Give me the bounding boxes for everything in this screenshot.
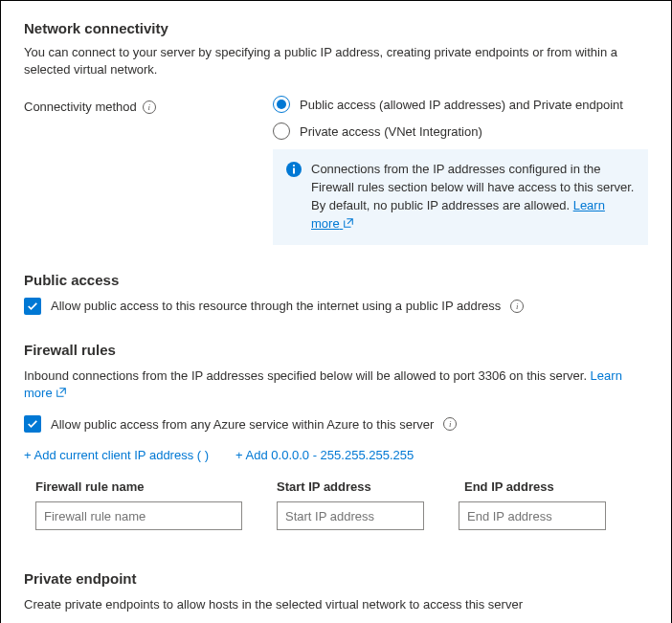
network-description: You can connect to your server by specif… — [24, 44, 648, 78]
section-title-network: Network connectivity — [24, 20, 648, 36]
firewall-description: Inbound connections from the IP addresse… — [24, 367, 648, 402]
checkbox-allow-azure-services[interactable] — [24, 415, 41, 433]
col-header-rule-name: Firewall rule name — [24, 479, 242, 494]
col-header-start-ip: Start IP address — [277, 479, 430, 494]
firewall-rule-name-input[interactable] — [35, 501, 242, 530]
radio-private-label: Private access (VNet Integration) — [300, 124, 482, 139]
svg-rect-1 — [293, 168, 295, 174]
external-link-icon — [56, 387, 67, 398]
add-full-range-link[interactable]: + Add 0.0.0.0 - 255.255.255.255 — [235, 448, 414, 462]
info-icon[interactable] — [510, 300, 524, 313]
checkbox-azure-services-label: Allow public access from any Azure servi… — [51, 417, 434, 432]
section-title-private-endpoint: Private endpoint — [24, 570, 648, 587]
radio-public-access[interactable] — [273, 96, 290, 113]
check-icon — [27, 300, 38, 312]
info-icon[interactable] — [143, 100, 156, 114]
radio-public-label: Public access (allowed IP addresses) and… — [300, 98, 623, 112]
check-icon — [27, 418, 38, 430]
add-current-ip-link[interactable]: + Add current client IP address ( ) — [24, 448, 209, 462]
info-banner: Connections from the IP addresses config… — [273, 149, 648, 244]
external-link-icon — [343, 217, 354, 229]
section-title-public-access: Public access — [24, 272, 648, 288]
svg-point-2 — [293, 165, 295, 167]
col-header-end-ip: End IP address — [464, 479, 617, 494]
section-title-firewall: Firewall rules — [24, 342, 648, 358]
connectivity-method-label: Connectivity method — [24, 100, 137, 114]
checkbox-public-access-label: Allow public access to this resource thr… — [51, 299, 501, 313]
start-ip-input[interactable] — [277, 501, 424, 530]
radio-private-access[interactable] — [273, 122, 290, 140]
checkbox-allow-public-access[interactable] — [24, 298, 41, 315]
info-icon[interactable] — [443, 417, 457, 431]
end-ip-input[interactable] — [459, 501, 606, 530]
info-icon — [286, 162, 302, 177]
private-endpoint-description: Create private endpoints to allow hosts … — [24, 596, 648, 613]
